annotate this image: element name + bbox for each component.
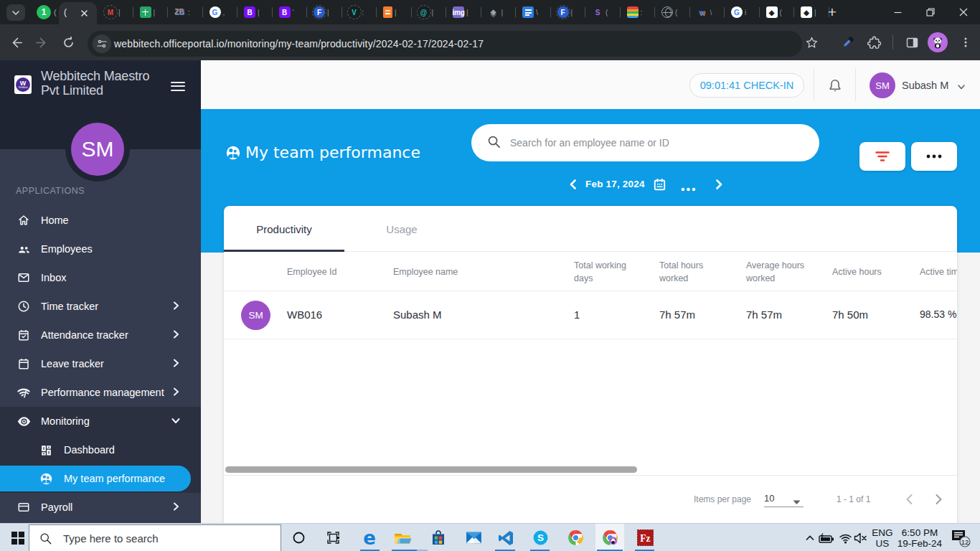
bookmark-star-button[interactable] bbox=[801, 32, 821, 52]
tab-title-sliver: : bbox=[188, 9, 194, 17]
site-info-button[interactable] bbox=[93, 34, 111, 53]
web-page: WWebMind Webbitech Maestro Pvt Limited S… bbox=[0, 60, 980, 523]
tab-close-icon[interactable] bbox=[79, 8, 90, 19]
user-avatar[interactable]: SM bbox=[71, 123, 124, 176]
browser-tab[interactable]: B | bbox=[237, 0, 273, 24]
sidebar-item-payroll[interactable]: Payroll bbox=[0, 493, 201, 522]
new-tab-button[interactable]: + bbox=[824, 4, 841, 21]
sidebar-item-employees[interactable]: Employees bbox=[0, 235, 201, 263]
chevron-down-icon[interactable] bbox=[956, 82, 966, 94]
back-button[interactable] bbox=[6, 33, 25, 52]
column-active-time[interactable]: Active tim bbox=[920, 265, 957, 278]
language-indicator[interactable]: ENG US bbox=[870, 527, 895, 549]
select-arrow-icon[interactable] bbox=[793, 497, 801, 507]
eyedropper-extension-icon[interactable] bbox=[838, 32, 858, 52]
sidebar-item-dashboard[interactable]: Dashboard bbox=[0, 435, 201, 464]
previous-page-button[interactable] bbox=[903, 493, 916, 508]
table-row[interactable]: SM WB016 Subash M 1 7h 57m 7h 57m 7h 50m… bbox=[224, 291, 957, 339]
tab-productivity[interactable]: Productivity bbox=[224, 206, 344, 252]
date-more-options-button[interactable] bbox=[681, 182, 696, 194]
browser-menu-button[interactable] bbox=[956, 32, 976, 52]
column-active-hours[interactable]: Active hours bbox=[832, 265, 882, 278]
browser-tab[interactable]: B ' bbox=[273, 0, 308, 24]
maximize-button[interactable] bbox=[914, 0, 947, 24]
tab-whatsapp[interactable]: 1 ( bbox=[32, 2, 59, 22]
browser-tab[interactable]: ( bbox=[760, 0, 795, 24]
sidebar-item-my-team-performance[interactable]: My team performance bbox=[0, 464, 201, 493]
browser-tab[interactable]: img | bbox=[446, 0, 481, 24]
browser-tab[interactable]: M | bbox=[98, 0, 133, 24]
tab-favicon bbox=[488, 6, 499, 18]
sidebar-item-attendance-tracker[interactable]: Attendance tracker bbox=[0, 321, 201, 349]
extensions-puzzle-icon[interactable] bbox=[864, 32, 884, 52]
reload-button[interactable] bbox=[59, 33, 77, 52]
sidebar-item-inbox[interactable]: Inbox bbox=[0, 263, 201, 292]
date-label[interactable]: Feb 17, 2024 bbox=[585, 179, 645, 189]
browser-tab[interactable]: ZB : bbox=[168, 0, 203, 24]
tab-favicon: F bbox=[314, 6, 325, 18]
url-text[interactable]: webbitech.officeportal.io/monitoring/my-… bbox=[114, 38, 484, 50]
browser-tab[interactable]: ( bbox=[655, 0, 690, 24]
browser-tab[interactable]: : bbox=[621, 0, 656, 24]
checkin-button[interactable]: 09:01:41 CHECK-IN bbox=[689, 73, 804, 98]
column-employee-name[interactable]: Employee name bbox=[393, 265, 458, 278]
sidebar-item-time-tracker[interactable]: Time tracker bbox=[0, 292, 201, 321]
active-tab[interactable]: ( bbox=[59, 2, 97, 24]
tray-date-label: 19-Feb-24 bbox=[895, 538, 944, 549]
employee-search-box[interactable]: Search for an employee name or ID bbox=[471, 124, 819, 161]
browser-tab[interactable]: G i bbox=[725, 0, 760, 24]
header-user-name[interactable]: Subash M bbox=[902, 80, 948, 91]
hamburger-menu-icon[interactable] bbox=[171, 82, 185, 93]
chevron-right-icon bbox=[171, 501, 181, 514]
header-user-avatar[interactable]: SM bbox=[870, 72, 895, 98]
pagination-range-label: 1 - 1 of 1 bbox=[837, 494, 870, 504]
browser-tab[interactable]: F | bbox=[551, 0, 586, 24]
browser-tab[interactable]: V : bbox=[342, 0, 377, 24]
more-options-button[interactable] bbox=[911, 142, 957, 171]
column-employee-id[interactable]: Employee Id bbox=[287, 265, 336, 278]
tab-usage[interactable]: Usage bbox=[341, 206, 462, 252]
column-total-working-days[interactable]: Total workingdays bbox=[574, 259, 626, 285]
sidebar-item-home[interactable]: Home bbox=[0, 206, 201, 235]
notification-bell-icon[interactable] bbox=[827, 78, 843, 96]
browser-tab[interactable]: F | bbox=[307, 0, 342, 24]
minimize-button[interactable] bbox=[881, 0, 914, 24]
sidebar-item-performance-management[interactable]: Performance management bbox=[0, 378, 201, 407]
browser-tab[interactable]: G , bbox=[203, 0, 238, 24]
calendar-icon[interactable] bbox=[653, 178, 666, 194]
chevron-right-icon bbox=[171, 387, 181, 399]
hamburger-bar bbox=[171, 85, 185, 87]
previous-day-button[interactable] bbox=[567, 179, 579, 192]
browser-tab[interactable]: @ | bbox=[412, 0, 447, 24]
sidebar-item-leave-tracker[interactable]: Leave tracker bbox=[0, 349, 201, 378]
column-label-line2: worked bbox=[659, 272, 703, 285]
browser-tab[interactable]: \ bbox=[516, 0, 551, 24]
sidebar-item-monitoring[interactable]: Monitoring bbox=[0, 407, 201, 435]
horizontal-scrollbar-thumb[interactable] bbox=[225, 466, 637, 473]
column-total-hours-worked[interactable]: Total hoursworked bbox=[659, 259, 703, 285]
tab-title-sliver: ( bbox=[54, 8, 57, 17]
sidebar-menu: Home Employees Inbox Time tracker bbox=[0, 206, 201, 522]
kebab-menu-icon bbox=[960, 37, 971, 48]
tab-title-sliver: ( bbox=[675, 9, 681, 17]
browser-tab[interactable]: S ( bbox=[585, 0, 621, 24]
tab-search-button[interactable] bbox=[6, 4, 25, 21]
column-average-hours-worked[interactable]: Average hoursworked bbox=[746, 259, 804, 285]
forward-button[interactable] bbox=[32, 33, 51, 52]
items-per-page-select[interactable]: 10 bbox=[764, 493, 774, 504]
clock-indicator[interactable]: 6:50 PM 19-Feb-24 bbox=[895, 527, 944, 549]
browser-tab[interactable]: | bbox=[377, 0, 412, 24]
side-panel-button[interactable] bbox=[902, 32, 922, 52]
tab-title-sliver: \ bbox=[710, 9, 716, 17]
browser-profile-avatar[interactable] bbox=[928, 32, 948, 52]
close-window-button[interactable] bbox=[947, 0, 980, 24]
active-tab-title: ( bbox=[64, 7, 67, 17]
next-day-button[interactable] bbox=[713, 179, 725, 192]
address-bar[interactable]: webbitech.officeportal.io/monitoring/my-… bbox=[88, 31, 802, 57]
browser-tab[interactable]: w \ bbox=[690, 0, 725, 24]
browser-tab[interactable]: | bbox=[481, 0, 517, 24]
browser-tab[interactable]: | bbox=[133, 0, 169, 24]
filter-button[interactable] bbox=[859, 142, 905, 171]
next-page-button[interactable] bbox=[932, 493, 945, 508]
notification-center-button[interactable]: 12 bbox=[948, 524, 973, 551]
